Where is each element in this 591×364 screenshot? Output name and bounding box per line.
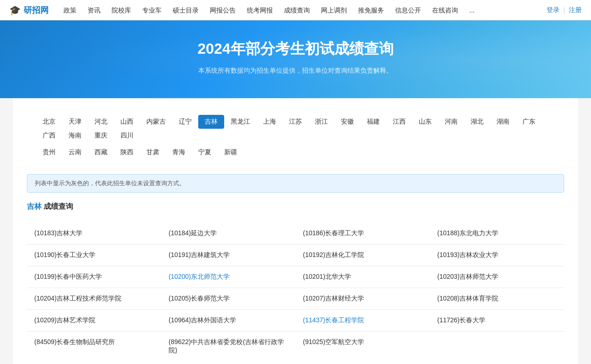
school-cell-10188: (10188)东北电力大学 xyxy=(430,223,564,245)
school-cell-10207: (10207)吉林财经大学 xyxy=(296,288,430,310)
school-cell-10193: (10193)吉林农业大学 xyxy=(430,245,564,266)
school-row: (84509)长春生物制品研究所(89622)中共吉林省委党校(吉林省行政学院)… xyxy=(27,332,564,362)
logo-text: 研招网 xyxy=(24,5,49,16)
school-cell-84509: (84509)长春生物制品研究所 xyxy=(27,332,161,362)
nav-link-成绩查询[interactable]: 成绩查询 xyxy=(278,0,315,20)
nav-link-网上调剂[interactable]: 网上调剂 xyxy=(315,0,352,20)
province-item-辽宁[interactable]: 辽宁 xyxy=(172,115,198,129)
school-cell-10183: (10183)吉林大学 xyxy=(27,223,161,245)
province-item-河南[interactable]: 河南 xyxy=(438,115,464,129)
school-cell-10199: (10199)长春中医药大学 xyxy=(27,266,161,288)
province-item-海南[interactable]: 海南 xyxy=(62,129,88,143)
school-cell-10191: (10191)吉林建筑大学 xyxy=(161,245,296,266)
province-item-新疆[interactable]: 新疆 xyxy=(218,145,244,159)
province-item-江西[interactable]: 江西 xyxy=(386,115,412,129)
province-item-西藏[interactable]: 西藏 xyxy=(88,145,114,159)
province-item-江苏[interactable]: 江苏 xyxy=(283,115,308,129)
school-cell-89622: (89622)中共吉林省委党校(吉林省行政学院) xyxy=(161,332,296,362)
school-cell-10201: (10201)北华大学 xyxy=(296,266,430,288)
province-item-吉林[interactable]: 吉林 xyxy=(198,115,224,129)
province-item-山东[interactable]: 山东 xyxy=(412,115,438,129)
nav-link-网报公告[interactable]: 网报公告 xyxy=(204,0,241,20)
province-item-福建[interactable]: 福建 xyxy=(360,115,386,129)
province-item-四川[interactable]: 四川 xyxy=(114,129,140,143)
province-item-广东[interactable]: 广东 xyxy=(516,115,542,129)
section-title: 吉林 成绩查询 xyxy=(27,202,564,215)
nav-link-政策[interactable]: 政策 xyxy=(58,0,82,20)
school-cell-91025: (91025)空军航空大学 xyxy=(296,332,430,362)
school-row: (10199)长春中医药大学(10200)东北师范大学(10201)北华大学(1… xyxy=(27,266,564,288)
notice-text: 列表中显示为灰色的，代表此招生单位未设置查询方式。 xyxy=(35,180,185,187)
nav-link-信息公开[interactable]: 信息公开 xyxy=(390,0,427,20)
school-cell-10186: (10186)长春理工大学 xyxy=(296,223,430,245)
section-province: 吉林 xyxy=(27,202,42,210)
province-item-安徽[interactable]: 安徽 xyxy=(334,115,360,129)
school-cell-10192: (10192)吉林化工学院 xyxy=(296,245,430,266)
province-item-贵州[interactable]: 贵州 xyxy=(36,145,62,159)
hero-banner: 2024年部分考生初试成绩查询 本系统所有数据均为招生单位提供，招生单位对查询结… xyxy=(0,20,591,98)
hero-title: 2024年部分考生初试成绩查询 xyxy=(9,39,582,59)
register-link[interactable]: 注册 xyxy=(569,6,582,14)
province-row-1: 北京天津河北山西内蒙古辽宁吉林黑龙江上海江苏浙江安徽福建江西山东河南湖北湖南广东… xyxy=(36,115,555,143)
nav-link-在线咨询[interactable]: 在线咨询 xyxy=(427,0,464,20)
nav-bar: 🎓 研招网 政策资讯院校库专业车硕士目录网报公告统考网报成绩查询网上调剂推免服务… xyxy=(0,0,591,20)
province-item-广西[interactable]: 广西 xyxy=(36,129,62,143)
nav-link-专业车[interactable]: 专业车 xyxy=(137,0,167,20)
province-item-宁夏[interactable]: 宁夏 xyxy=(192,145,218,159)
nav-links: 政策资讯院校库专业车硕士目录网报公告统考网报成绩查询网上调剂推免服务信息公开在线… xyxy=(58,0,547,20)
school-row: (10183)吉林大学(10184)延边大学(10186)长春理工大学(1018… xyxy=(27,223,564,245)
province-item-内蒙古[interactable]: 内蒙古 xyxy=(140,115,172,129)
province-item-河北[interactable]: 河北 xyxy=(88,115,114,129)
province-item-重庆[interactable]: 重庆 xyxy=(88,129,114,143)
school-row: (10209)吉林艺术学院(10964)吉林外国语大学(11437)长春工程学院… xyxy=(27,310,564,332)
province-item-黑龙江[interactable]: 黑龙江 xyxy=(224,115,257,129)
school-cell-10204: (10204)吉林工程技术师范学院 xyxy=(27,288,161,310)
school-link-11437[interactable]: (11437)长春工程学院 xyxy=(303,316,364,324)
province-item-湖南[interactable]: 湖南 xyxy=(490,115,516,129)
province-item-云南[interactable]: 云南 xyxy=(62,145,88,159)
province-item-山西[interactable]: 山西 xyxy=(114,115,140,129)
nav-link-硕士目录[interactable]: 硕士目录 xyxy=(167,0,204,20)
school-link-10200[interactable]: (10200)东北师范大学 xyxy=(169,273,230,280)
province-row-2: 贵州云南西藏陕西甘肃青海宁夏新疆 xyxy=(36,145,555,159)
school-cell-10184: (10184)延边大学 xyxy=(161,223,296,245)
school-cell-10205: (10205)长春师范大学 xyxy=(161,288,296,310)
school-row: (10204)吉林工程技术师范学院(10205)长春师范大学(10207)吉林财… xyxy=(27,288,564,310)
school-grid: (10183)吉林大学(10184)延边大学(10186)长春理工大学(1018… xyxy=(27,223,564,361)
school-row: (10190)长春工业大学(10191)吉林建筑大学(10192)吉林化工学院(… xyxy=(27,245,564,266)
school-cell-10209: (10209)吉林艺术学院 xyxy=(27,310,161,332)
school-cell-10190: (10190)长春工业大学 xyxy=(27,245,161,266)
nav-link-...[interactable]: ... xyxy=(464,0,480,20)
province-item-北京[interactable]: 北京 xyxy=(36,115,62,129)
province-item-浙江[interactable]: 浙江 xyxy=(308,115,334,129)
logo-icon: 🎓 xyxy=(9,5,21,16)
section-label: 成绩查询 xyxy=(44,202,73,210)
nav-link-推免服务[interactable]: 推免服务 xyxy=(352,0,390,20)
school-cell-11726: (11726)长春大学 xyxy=(430,310,564,332)
province-item-上海[interactable]: 上海 xyxy=(257,115,283,129)
notice-bar: 列表中显示为灰色的，代表此招生单位未设置查询方式。 xyxy=(27,174,564,193)
nav-logo[interactable]: 🎓 研招网 xyxy=(9,5,49,16)
nav-link-院校库[interactable]: 院校库 xyxy=(106,0,137,20)
hero-subtitle: 本系统所有数据均为招生单位提供，招生单位对查询结果负责解释。 xyxy=(9,67,582,75)
login-link[interactable]: 登录 xyxy=(547,6,560,14)
school-cell-10208: (10208)吉林体育学院 xyxy=(430,288,564,310)
nav-sep: | xyxy=(563,6,565,14)
province-item-陕西[interactable]: 陕西 xyxy=(114,145,140,159)
nav-right: 登录 | 注册 xyxy=(547,6,582,14)
province-item-湖北[interactable]: 湖北 xyxy=(464,115,490,129)
province-item-甘肃[interactable]: 甘肃 xyxy=(140,145,166,159)
province-selector: 北京天津河北山西内蒙古辽宁吉林黑龙江上海江苏浙江安徽福建江西山东河南湖北湖南广东… xyxy=(27,107,564,167)
nav-link-资讯[interactable]: 资讯 xyxy=(82,0,106,20)
main-content: 北京天津河北山西内蒙古辽宁吉林黑龙江上海江苏浙江安徽福建江西山东河南湖北湖南广东… xyxy=(13,98,578,364)
nav-link-统考网报[interactable]: 统考网报 xyxy=(241,0,278,20)
province-item-天津[interactable]: 天津 xyxy=(62,115,88,129)
province-item-青海[interactable]: 青海 xyxy=(166,145,192,159)
school-cell-10203: (10203)吉林师范大学 xyxy=(430,266,564,288)
school-cell-10964: (10964)吉林外国语大学 xyxy=(161,310,296,332)
